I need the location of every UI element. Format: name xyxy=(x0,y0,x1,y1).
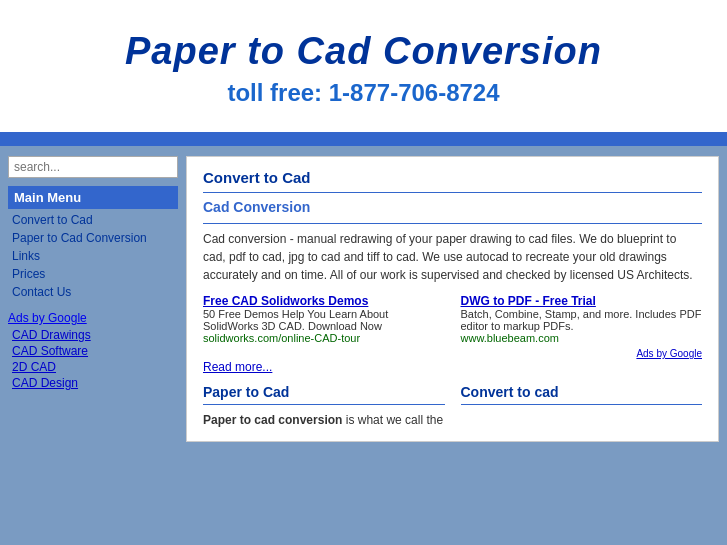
sidebar-ad-2d-cad[interactable]: 2D CAD xyxy=(8,359,178,375)
paper-to-cad-bold: Paper to cad conversion xyxy=(203,413,342,427)
ad-1-title[interactable]: Free CAD Solidworks Demos xyxy=(203,294,445,308)
sidebar-ad-cad-software[interactable]: CAD Software xyxy=(8,343,178,359)
ads-by-google-label[interactable]: Ads by Google xyxy=(8,311,178,325)
content-subtitle: Cad Conversion xyxy=(203,199,702,215)
ad-box-1: Free CAD Solidworks Demos 50 Free Demos … xyxy=(203,294,445,344)
ad-2-title[interactable]: DWG to PDF - Free Trial xyxy=(461,294,703,308)
ad-2-url: www.bluebeam.com xyxy=(461,332,703,344)
bottom-cols: Paper to Cad Paper to cad conversion is … xyxy=(203,384,702,429)
ads-google-right: Ads by Google xyxy=(203,348,702,359)
ad-box-2: DWG to PDF - Free Trial Batch, Combine, … xyxy=(461,294,703,344)
ads-by-google-text: Ads by Google xyxy=(636,348,702,359)
sidebar-item-links[interactable]: Links xyxy=(8,247,178,265)
ad-1-desc: 50 Free Demos Help You Learn About Solid… xyxy=(203,308,445,332)
bottom-col-left-body: Paper to cad conversion is what we call … xyxy=(203,411,445,429)
main-wrapper: Main Menu Convert to Cad Paper to Cad Co… xyxy=(0,146,727,452)
sidebar-item-paper-to-cad[interactable]: Paper to Cad Conversion xyxy=(8,229,178,247)
header: Paper to Cad Conversion toll free: 1-877… xyxy=(0,0,727,136)
section-title: Convert to Cad xyxy=(203,169,702,186)
sidebar-item-contact[interactable]: Contact Us xyxy=(8,283,178,301)
sidebar: Main Menu Convert to Cad Paper to Cad Co… xyxy=(8,156,178,442)
sidebar-ad-cad-design[interactable]: CAD Design xyxy=(8,375,178,391)
nav-bar xyxy=(0,136,727,146)
header-subtitle: toll free: 1-877-706-8724 xyxy=(20,79,707,107)
divider-1 xyxy=(203,192,702,193)
bottom-col-left-title: Paper to Cad xyxy=(203,384,445,405)
bottom-col-right-title: Convert to cad xyxy=(461,384,703,405)
ad-row: Free CAD Solidworks Demos 50 Free Demos … xyxy=(203,294,702,344)
sidebar-item-convert-to-cad[interactable]: Convert to Cad xyxy=(8,211,178,229)
bottom-col-left: Paper to Cad Paper to cad conversion is … xyxy=(203,384,445,429)
read-more-link[interactable]: Read more... xyxy=(203,360,272,374)
content-area: Convert to Cad Cad Conversion Cad conver… xyxy=(186,156,719,442)
content-body: Cad conversion - manual redrawing of you… xyxy=(203,230,702,284)
main-menu-label: Main Menu xyxy=(8,186,178,209)
ad-1-url: solidworks.com/online-CAD-tour xyxy=(203,332,445,344)
search-input[interactable] xyxy=(8,156,178,178)
ad-2-desc: Batch, Combine, Stamp, and more. Include… xyxy=(461,308,703,332)
sidebar-ad-cad-drawings[interactable]: CAD Drawings xyxy=(8,327,178,343)
sidebar-item-prices[interactable]: Prices xyxy=(8,265,178,283)
bottom-col-right: Convert to cad xyxy=(461,384,703,429)
divider-2 xyxy=(203,223,702,224)
header-title: Paper to Cad Conversion xyxy=(20,30,707,73)
